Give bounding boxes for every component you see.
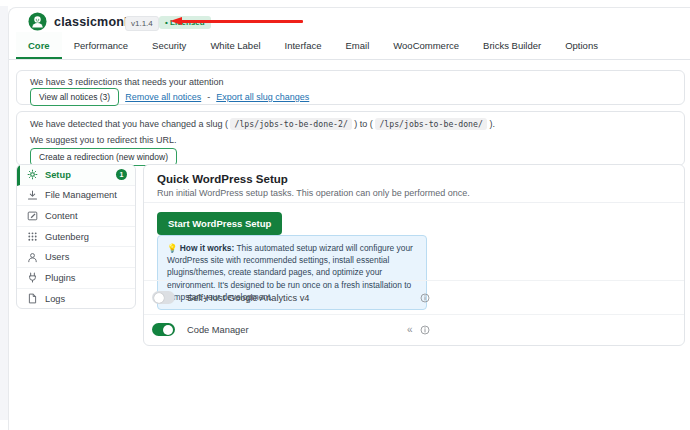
start-wordpress-setup-button[interactable]: Start WordPress Setup (157, 212, 282, 235)
grid-icon (27, 231, 38, 242)
link-separator: - (207, 92, 210, 102)
slug-change-prefix: We have detected that you have changed a… (30, 119, 230, 129)
setup-count-badge: 1 (116, 169, 127, 180)
lightbulb-icon: 💡 (167, 243, 177, 253)
settings-sidebar: Setup 1 File Management Content (16, 164, 136, 309)
sidebar-item-label: Gutenberg (45, 232, 89, 242)
self-host-analytics-toggle[interactable] (152, 291, 175, 304)
remove-all-notices-link[interactable]: Remove all notices (125, 92, 201, 102)
sidebar-item-setup[interactable]: Setup 1 (17, 165, 135, 186)
document-icon (27, 293, 38, 304)
info-box-lead: How it works: (180, 243, 234, 253)
sidebar-item-label: Logs (45, 294, 65, 304)
annotation-arrow-head (170, 17, 182, 25)
tab-interface[interactable]: Interface (273, 32, 334, 59)
info-icon[interactable] (420, 293, 430, 303)
tab-security[interactable]: Security (140, 32, 198, 59)
download-icon (27, 190, 38, 201)
redirections-notice-text: We have 3 redirections that needs your a… (30, 77, 223, 87)
sidebar-item-label: Content (45, 211, 78, 221)
setting-label: Code Manager (187, 325, 249, 335)
slug-change-text: We have detected that you have changed a… (30, 119, 495, 129)
sidebar-item-logs[interactable]: Logs (17, 289, 135, 309)
section-title: Quick WordPress Setup (157, 173, 671, 185)
slug-change-notice-card: We have detected that you have changed a… (16, 111, 685, 166)
version-badge: v1.1.4 (125, 16, 159, 31)
user-icon (27, 252, 38, 263)
redirect-suggestion-text: We suggest you to redirect this URL. (30, 135, 176, 145)
view-all-notices-button[interactable]: View all notices (3) (30, 88, 119, 106)
plug-icon (27, 272, 38, 283)
setting-label: Self-Host Google Analytics v4 (187, 293, 309, 303)
slug-change-suffix: ). (487, 119, 495, 129)
sidebar-item-gutenberg[interactable]: Gutenberg (17, 227, 135, 248)
page: classicmonks v1.1.4 • Licensed Core Perf… (0, 0, 690, 430)
sidebar-item-users[interactable]: Users (17, 247, 135, 268)
header: classicmonks v1.1.4 • Licensed (9, 8, 690, 32)
sidebar-item-label: Setup (45, 170, 71, 180)
sidebar-item-label: Plugins (45, 273, 76, 283)
edit-icon (27, 210, 38, 221)
export-slug-changes-link[interactable]: Export all slug changes (216, 92, 309, 102)
tab-bar: Core Performance Security White Label In… (9, 32, 690, 60)
sidebar-item-file-management[interactable]: File Management (17, 186, 135, 207)
sidebar-item-label: Users (45, 252, 69, 262)
chevron-left-icon[interactable]: « (407, 323, 413, 334)
tab-woocommerce[interactable]: WooCommerce (381, 32, 471, 59)
tab-email[interactable]: Email (334, 32, 382, 59)
sidebar-item-content[interactable]: Content (17, 206, 135, 227)
slug-change-mid: ) to ( (352, 119, 376, 129)
section-header: Quick WordPress Setup Run initial WordPr… (144, 165, 684, 203)
page-gutter (0, 6, 8, 420)
classicmonks-logo-icon (28, 12, 47, 31)
new-slug-code: /lps/jobs-to-be-done/ (375, 118, 487, 130)
code-manager-toggle[interactable] (152, 323, 175, 336)
sidebar-item-plugins[interactable]: Plugins (17, 268, 135, 289)
sidebar-item-label: File Management (45, 190, 117, 200)
plugin-panel: classicmonks v1.1.4 • Licensed Core Perf… (8, 7, 690, 430)
setting-row-code-manager: Code Manager « (144, 314, 684, 344)
tab-bricks-builder[interactable]: Bricks Builder (471, 32, 553, 59)
tab-options[interactable]: Options (553, 32, 610, 59)
section-subtitle: Run initial WordPress setup tasks. This … (157, 188, 671, 198)
old-slug-code: /lps/jobs-to-be-done-2/ (230, 118, 351, 130)
gear-icon (27, 169, 38, 180)
annotation-arrow (181, 20, 303, 23)
tab-core[interactable]: Core (16, 32, 62, 59)
tab-white-label[interactable]: White Label (198, 32, 272, 59)
tab-performance[interactable]: Performance (62, 32, 140, 59)
redirections-notice-card: We have 3 redirections that needs your a… (16, 70, 685, 105)
info-icon[interactable] (420, 325, 430, 335)
setting-row-analytics: Self-Host Google Analytics v4 (144, 280, 684, 314)
setup-settings-card: Quick WordPress Setup Run initial WordPr… (143, 164, 685, 346)
